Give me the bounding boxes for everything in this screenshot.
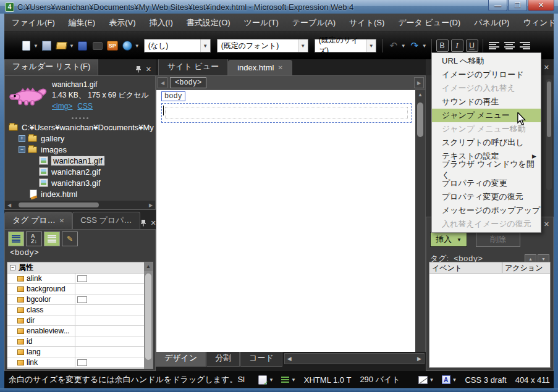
code-errors-icon[interactable]: ▼: [281, 375, 296, 384]
italic-button[interactable]: I: [451, 40, 463, 52]
new-document-dropdown-icon[interactable]: ▼: [33, 43, 38, 49]
color-swatch[interactable]: [77, 296, 87, 303]
img-tag-link[interactable]: <img>: [52, 102, 72, 111]
code-view-tab[interactable]: コード: [240, 351, 282, 367]
menu-edit[interactable]: 編集(E): [62, 14, 102, 32]
folder-panel-close-icon[interactable]: ✕: [146, 66, 151, 73]
tab-close-icon[interactable]: ✕: [59, 217, 64, 224]
page-dimensions-indicator[interactable]: 404 x 411: [515, 375, 550, 385]
doctype-indicator[interactable]: XHTML 1.0 T: [304, 375, 352, 385]
panel-resize-grip[interactable]: [5, 115, 155, 120]
vscroll-thumb[interactable]: [145, 273, 151, 360]
minimize-button[interactable]: —: [488, 0, 507, 11]
menu-site[interactable]: サイト(S): [342, 14, 391, 32]
site-view-tab[interactable]: サイト ビュー: [158, 58, 228, 75]
menu-item-popup-message[interactable]: メッセージのポップアップ: [432, 204, 541, 217]
style-combo-arrow-icon[interactable]: ▼: [200, 40, 210, 52]
body-margin-outline[interactable]: [161, 103, 412, 123]
tree-item-wanichan1[interactable]: wanichan1.gif: [5, 155, 155, 166]
panel-close-icon[interactable]: ✕: [539, 64, 554, 72]
font-combo[interactable]: (既定のフォント) ▼: [217, 39, 308, 52]
superpreview-icon[interactable]: SP: [106, 40, 119, 52]
menu-item-call-script[interactable]: スクリプトの呼び出し: [432, 136, 541, 149]
edit-properties-button[interactable]: ✎: [62, 231, 78, 246]
color-swatch[interactable]: [77, 275, 87, 282]
scroll-up-icon[interactable]: ▲: [144, 262, 153, 271]
style-application-icon[interactable]: A▼: [442, 375, 457, 384]
prop-value-class[interactable]: [75, 305, 153, 315]
align-right-icon[interactable]: [520, 42, 530, 50]
maximize-button[interactable]: ❐: [508, 0, 527, 11]
size-combo[interactable]: (既定のサイズ) ▼: [315, 39, 376, 52]
collapse-minus-icon[interactable]: −: [19, 146, 25, 153]
vscroll-thumb[interactable]: [417, 102, 423, 137]
design-view-tab[interactable]: デザイン: [156, 351, 206, 367]
editor-hscrollbar[interactable]: ◀ ▶: [284, 353, 425, 364]
style-combo[interactable]: (なし) ▼: [144, 39, 211, 52]
tree-item-wanichan3[interactable]: wanichan3.gif: [5, 177, 155, 188]
css-schema-indicator[interactable]: CSS 3 draft: [465, 375, 506, 385]
body-element-label[interactable]: body: [161, 91, 185, 101]
menu-item-preload-images[interactable]: イメージのプリロード: [432, 68, 541, 81]
menu-view[interactable]: 表示(V): [102, 14, 142, 32]
redo-icon[interactable]: ↷: [408, 40, 421, 52]
browser-preview-icon[interactable]: [121, 40, 133, 52]
prop-value-bgcolor[interactable]: [75, 294, 153, 304]
folder-tree-hscrollbar[interactable]: ◀ ▶: [5, 201, 155, 209]
align-center-icon[interactable]: [504, 42, 515, 50]
prop-value-id[interactable]: [75, 336, 153, 346]
tag-nav-right-icon[interactable]: ▶: [414, 77, 424, 88]
sort-alphabetical-button[interactable]: AZ↓: [26, 231, 42, 246]
attribute-grid-vscrollbar[interactable]: ▲: [144, 262, 153, 369]
open-dropdown-icon[interactable]: ▼: [69, 43, 74, 49]
scroll-left-icon[interactable]: ◀: [5, 202, 14, 208]
menu-panels[interactable]: パネル(P): [467, 14, 516, 32]
menu-format[interactable]: 書式設定(O): [180, 14, 237, 32]
scroll-left-icon[interactable]: ◀: [287, 356, 292, 362]
tree-item-wanichan2[interactable]: wanichan2.gif: [5, 166, 155, 177]
action-column-header[interactable]: アクション: [502, 262, 550, 273]
font-combo-arrow-icon[interactable]: ▼: [298, 40, 308, 52]
close-button[interactable]: ✕: [528, 0, 554, 11]
browser-preview-dropdown-icon[interactable]: ▼: [135, 43, 140, 49]
tree-item-indexhtml[interactable]: index.html: [5, 188, 155, 199]
split-view-tab[interactable]: 分割: [206, 351, 240, 367]
pin-icon[interactable]: [140, 219, 146, 227]
tree-item-images[interactable]: − images: [5, 144, 155, 155]
pin-icon[interactable]: [135, 65, 142, 73]
index-html-tab[interactable]: index.html✕: [228, 60, 292, 75]
redo-dropdown-icon[interactable]: ▼: [422, 43, 427, 49]
menu-table[interactable]: テーブル(A): [285, 14, 342, 32]
menu-item-goto-url[interactable]: URL へ移動: [432, 54, 541, 68]
panel-vscrollbar[interactable]: [546, 79, 552, 190]
prop-value-lang[interactable]: [75, 347, 153, 357]
tree-item-root[interactable]: C:¥Users¥wanichan¥Documents¥My Web: [5, 122, 155, 133]
scroll-right-icon[interactable]: ▶: [417, 356, 421, 362]
attribute-category-row[interactable]: − 属性: [7, 262, 153, 273]
canvas-vscrollbar[interactable]: ▲: [415, 90, 425, 352]
scroll-right-icon[interactable]: ▶: [146, 202, 155, 208]
prop-value-link[interactable]: [75, 357, 153, 367]
menu-item-play-sound[interactable]: サウンドの再生: [432, 95, 541, 109]
prop-value-dir[interactable]: [75, 315, 153, 325]
insert-dropdown-icon[interactable]: ▼: [457, 237, 462, 243]
menu-item-restore-property[interactable]: プロパティ変更の復元: [432, 190, 541, 204]
tag-properties-tab[interactable]: タグ プロ…✕: [4, 212, 72, 229]
align-left-icon[interactable]: [489, 42, 499, 50]
scroll-up-icon[interactable]: ▲: [415, 90, 425, 100]
menu-window[interactable]: ウィンドウ(W): [516, 14, 558, 32]
save-icon[interactable]: [77, 40, 89, 52]
bold-button[interactable]: B: [436, 40, 449, 52]
publish-icon[interactable]: [41, 40, 53, 52]
prop-value-alink[interactable]: [75, 273, 153, 283]
body-tag-chip[interactable]: <body>: [170, 77, 206, 88]
css-properties-tab[interactable]: CSS プロパ…: [72, 212, 140, 229]
show-categorized-button[interactable]: [8, 231, 24, 246]
open-folder-icon[interactable]: [56, 40, 68, 52]
expand-plus-icon[interactable]: +: [19, 135, 25, 142]
tree-item-gallery[interactable]: + gallery: [5, 133, 155, 144]
collapse-category-icon[interactable]: −: [10, 265, 15, 270]
menu-file[interactable]: ファイル(F): [5, 14, 62, 32]
new-document-icon[interactable]: [20, 40, 32, 52]
css-link[interactable]: CSS: [77, 102, 93, 111]
